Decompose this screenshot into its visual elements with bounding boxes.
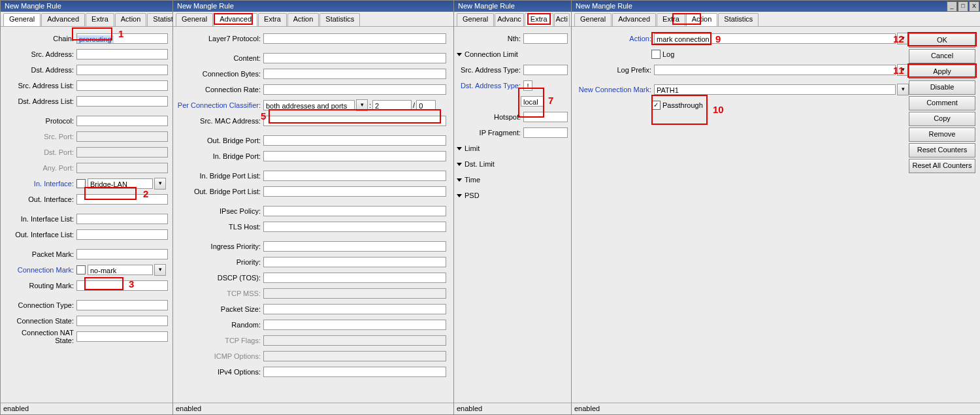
conn-nat-field[interactable] [76, 331, 168, 342]
dscp-field[interactable] [263, 273, 446, 283]
pcc-b[interactable]: 0 [417, 102, 425, 110]
ipsec-field[interactable] [263, 206, 446, 216]
tab-advanced[interactable]: Advanced [612, 13, 656, 26]
tab-action[interactable]: Action [686, 13, 718, 26]
dst-at-not[interactable]: ! [525, 82, 531, 90]
time-label: Time [465, 176, 483, 184]
ip-frag-field[interactable] [523, 127, 568, 138]
tab-action[interactable]: Acti [554, 13, 570, 26]
hotspot-field[interactable] [523, 112, 568, 122]
content-field[interactable] [263, 53, 446, 63]
tab-extra[interactable]: Extra [258, 13, 287, 26]
remove-button[interactable]: Remove [909, 127, 975, 142]
disable-button[interactable]: Disable [909, 80, 975, 95]
packet-mark-field[interactable] [76, 249, 168, 259]
window-general: New Mangle Rule General Advanced Extra A… [0, 0, 174, 415]
conn-type-field[interactable] [76, 300, 168, 310]
out-bpl-field[interactable] [263, 186, 446, 197]
priority-field[interactable] [263, 257, 446, 267]
comment-button[interactable]: Comment [909, 96, 975, 110]
tab-general[interactable]: General [176, 13, 213, 26]
ing-pri-field[interactable] [263, 241, 446, 252]
tab-statistics[interactable]: Statistics [319, 13, 360, 26]
in-if-value[interactable]: Bridge-LAN [88, 180, 129, 188]
copy-button[interactable]: Copy [909, 112, 975, 126]
dst-addr-list-field[interactable] [76, 96, 168, 107]
tab-advanced[interactable]: Advanc [495, 13, 524, 26]
out-bp-field[interactable] [263, 135, 446, 146]
dst-at-value[interactable]: local [521, 98, 540, 106]
src-addr-field[interactable] [76, 49, 168, 59]
reset-counters-button[interactable]: Reset Counters [909, 143, 975, 158]
dst-addr-field[interactable] [76, 65, 168, 75]
out-if-field[interactable] [76, 194, 168, 205]
conn-bytes-field[interactable] [263, 69, 446, 79]
max-icon[interactable]: □ [958, 1, 968, 12]
window-extra: New Mangle Rule General Advanc Extra Act… [453, 0, 572, 415]
log-prefix-field[interactable] [654, 65, 896, 75]
close-icon[interactable]: X [969, 1, 979, 12]
priority-label: Priority: [176, 258, 263, 266]
ok-button[interactable]: OK [909, 33, 975, 48]
protocol-field[interactable] [76, 116, 168, 126]
log-check[interactable] [651, 50, 661, 59]
random-field[interactable] [263, 320, 446, 330]
pcc-mode[interactable]: both addresses and ports [264, 102, 349, 110]
src-addr-list-field[interactable] [76, 80, 168, 91]
src-mac-field[interactable] [263, 116, 446, 126]
icmp-label: ICMP Options: [176, 352, 263, 360]
in-if-dropdown[interactable]: ▾ [154, 178, 166, 190]
tabs: General Advanced Extra Action Statistics [572, 12, 980, 27]
l7-field[interactable] [263, 33, 446, 44]
conn-bytes-label: Connection Bytes: [176, 70, 263, 78]
tab-advanced[interactable]: Advanced [41, 13, 85, 26]
tab-extra[interactable]: Extra [525, 13, 553, 26]
ncm-dd[interactable]: ▾ [897, 84, 909, 95]
in-bp-field[interactable] [263, 151, 446, 161]
reset-all-counters-button[interactable]: Reset All Counters [909, 159, 975, 173]
in-bpl-field[interactable] [263, 171, 446, 181]
tab-action[interactable]: Action [115, 13, 147, 26]
expand-icon[interactable] [457, 194, 462, 197]
pcc-a[interactable]: 2 [373, 102, 381, 110]
conn-mark-dropdown[interactable]: ▾ [154, 264, 166, 276]
conn-mark-not-check[interactable] [76, 265, 86, 274]
icmp-field [263, 351, 446, 361]
min-icon[interactable]: _ [947, 1, 957, 12]
tab-action[interactable]: Action [287, 13, 319, 26]
tab-general[interactable]: General [3, 13, 41, 26]
action-value[interactable]: mark connection [655, 35, 711, 43]
chain-value[interactable]: prerouting [77, 35, 114, 43]
ncm-value[interactable]: PATH1 [655, 86, 681, 94]
conn-mark-value[interactable]: no-mark [88, 267, 118, 274]
tab-extra[interactable]: Extra [86, 13, 114, 26]
src-at-field[interactable] [523, 65, 568, 75]
ipv4-field[interactable] [263, 367, 446, 377]
random-label: Random: [176, 321, 263, 329]
tab-statistics[interactable]: Statistics [718, 13, 759, 26]
nth-field[interactable] [523, 33, 568, 44]
passthrough-check[interactable]: ✓ [651, 101, 661, 110]
tab-advanced[interactable]: Advanced [214, 13, 257, 26]
conn-state-field[interactable] [76, 316, 168, 326]
in-if-list-field[interactable] [76, 214, 168, 224]
pcc-mode-dd[interactable]: ▾ [356, 99, 368, 111]
expand-icon[interactable] [457, 163, 462, 166]
tab-general[interactable]: General [574, 13, 612, 26]
expand-icon[interactable] [457, 53, 462, 56]
titlebar: New Mangle Rule [173, 1, 454, 12]
out-if-list-field[interactable] [76, 229, 168, 240]
tab-general[interactable]: General [457, 13, 494, 26]
in-if-not-check[interactable] [76, 179, 86, 188]
tls-field[interactable] [263, 222, 446, 232]
cancel-button[interactable]: Cancel [909, 49, 975, 63]
tab-extra[interactable]: Extra [657, 13, 685, 26]
expand-icon[interactable] [457, 178, 462, 182]
passthrough-label: Passthrough [662, 101, 703, 109]
apply-button[interactable]: Apply [909, 65, 975, 79]
routing-mark-field[interactable] [76, 280, 168, 291]
expand-icon[interactable] [457, 147, 462, 150]
l7-label: Layer7 Protocol: [176, 35, 263, 42]
packet-size-field[interactable] [263, 304, 446, 314]
conn-rate-field[interactable] [263, 84, 446, 95]
